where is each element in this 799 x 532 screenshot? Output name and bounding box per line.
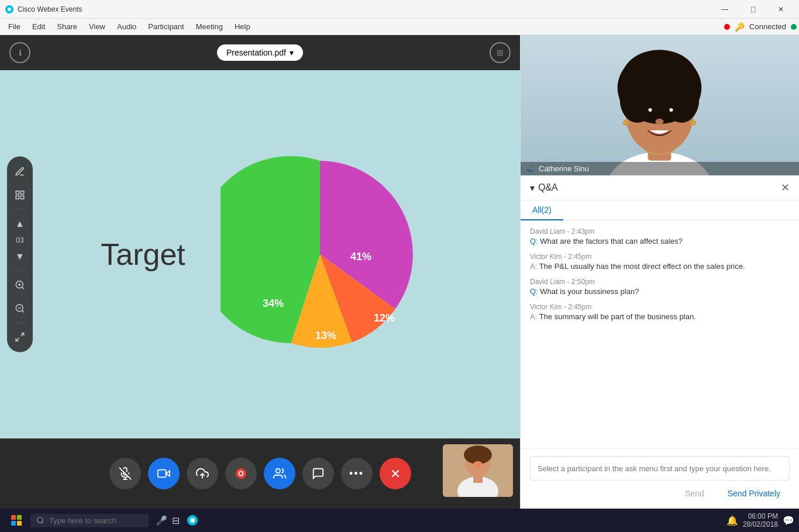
menu-audio[interactable]: Audio [111, 20, 142, 33]
tool-divider [13, 209, 27, 210]
send-privately-button[interactable]: Send Privately [718, 485, 790, 502]
video-button[interactable] [148, 458, 180, 489]
qa-text-1: Q: What are the factors that can affect … [530, 237, 790, 246]
info-button[interactable]: ℹ [9, 42, 30, 63]
taskbar-task-view-icon[interactable]: ⊟ [172, 515, 180, 526]
qa-content-4: The summary will be part of the business… [539, 312, 696, 321]
share-icon [196, 467, 209, 480]
mute-button[interactable] [109, 458, 141, 489]
svg-rect-23 [157, 470, 166, 478]
menu-file[interactable]: File [2, 20, 26, 33]
slide-content: Target [101, 155, 419, 354]
qa-author-3: David Liam [530, 278, 565, 286]
qa-meta-1: David Liam - 2:43pm [530, 227, 790, 236]
more-icon: ••• [349, 468, 364, 480]
video-icon [157, 467, 170, 480]
prev-page-button[interactable]: ▲ [9, 213, 30, 234]
status-red-dot [724, 24, 730, 30]
pres-toolbar: ℹ Presentation.pdf ▾ ⊞ [0, 35, 520, 70]
zoom-in-icon [15, 280, 25, 291]
svg-rect-3 [21, 191, 24, 194]
qa-title-text: Q&A [538, 182, 558, 193]
speaker-name: Catherine Sinu [539, 164, 589, 173]
webex-taskbar-icon[interactable] [184, 514, 201, 526]
taskbar-date-display: 28/02/2018 [743, 520, 778, 528]
svg-rect-2 [16, 191, 19, 194]
svg-rect-5 [21, 196, 24, 199]
layout-button[interactable]: ⊞ [490, 42, 511, 63]
svg-rect-4 [16, 196, 19, 199]
close-button[interactable]: ✕ [767, 0, 794, 19]
participants-button[interactable] [264, 458, 295, 489]
speaker-avatar-svg [521, 35, 799, 175]
layout-icon: ⊞ [497, 48, 504, 57]
svg-point-50 [656, 119, 664, 125]
svg-point-48 [649, 108, 652, 112]
tool-divider-2 [13, 271, 27, 271]
qa-type-1: Q: [530, 237, 540, 246]
qa-tabs: All(2) [521, 201, 799, 220]
menu-meeting[interactable]: Meeting [190, 20, 229, 33]
notification-center-icon[interactable]: 💬 [783, 515, 794, 526]
end-button[interactable] [380, 458, 411, 489]
minimize-button[interactable]: — [711, 0, 738, 19]
taskbar-search-input[interactable] [49, 516, 143, 525]
record-icon [235, 467, 247, 480]
grid-tool-button[interactable] [9, 185, 30, 206]
qa-title: ▾ Q&A [530, 182, 781, 194]
taskbar-mic-icon[interactable]: 🎤 [156, 515, 167, 526]
pen-tool-button[interactable] [9, 161, 30, 182]
slide-title: Target [101, 237, 185, 272]
qa-message-2: Victor Kim - 2:45pm A: The P&L usually h… [530, 253, 790, 271]
svg-point-36 [473, 461, 483, 467]
thumbnail-image [443, 444, 513, 497]
window-controls: — ⎕ ✕ [711, 0, 794, 19]
slide-area: ▲ 03 ▼ [0, 70, 520, 438]
presentation-name-button[interactable]: Presentation.pdf ▾ [217, 44, 303, 61]
app-logo [5, 5, 14, 14]
end-icon [389, 467, 402, 480]
pie-chart: 41% 12% 13% 34% [221, 155, 419, 354]
chat-icon [312, 467, 325, 480]
menu-participant[interactable]: Participant [142, 20, 190, 33]
svg-point-28 [275, 469, 280, 473]
titlebar: Cisco Webex Events — ⎕ ✕ [0, 0, 799, 19]
next-page-button[interactable]: ▼ [9, 246, 30, 267]
qa-close-button[interactable]: ✕ [781, 181, 790, 194]
qa-input-field[interactable] [530, 456, 790, 481]
send-button[interactable]: Send [676, 485, 714, 502]
participants-icon [273, 467, 286, 480]
tab-all[interactable]: All(2) [521, 201, 563, 220]
qa-text-3: Q: What is your bussiness plan? [530, 287, 790, 296]
menu-edit[interactable]: Edit [26, 20, 51, 33]
svg-text:13%: 13% [315, 330, 336, 341]
menu-share[interactable]: Share [51, 20, 83, 33]
svg-rect-54 [17, 515, 22, 520]
svg-point-45 [622, 50, 698, 108]
menu-help[interactable]: Help [229, 20, 256, 33]
app-title: Cisco Webex Events [18, 5, 711, 13]
pen-icon [15, 167, 25, 177]
chat-button[interactable] [302, 458, 334, 489]
zoom-in-button[interactable] [9, 275, 30, 296]
menu-view[interactable]: View [83, 20, 111, 33]
share-button[interactable] [187, 458, 218, 489]
windows-icon [11, 515, 22, 526]
more-button[interactable]: ••• [341, 458, 373, 489]
svg-text:34%: 34% [263, 298, 284, 309]
chevron-up-icon: ▲ [15, 219, 25, 229]
svg-point-52 [690, 120, 696, 126]
svg-text:41%: 41% [350, 251, 371, 262]
fullscreen-icon [15, 332, 25, 343]
qa-meta-2: Victor Kim - 2:45pm [530, 253, 790, 261]
thumbnail-preview [443, 444, 513, 497]
fullscreen-button[interactable] [9, 327, 30, 348]
start-button[interactable] [5, 509, 28, 532]
qa-time-2: 2:45pm [568, 253, 591, 261]
zoom-out-icon [15, 303, 25, 314]
maximize-button[interactable]: ⎕ [739, 0, 766, 19]
zoom-out-button[interactable] [9, 298, 30, 319]
record-button[interactable] [225, 458, 257, 489]
taskbar-notification-icon[interactable]: 🔔 [726, 515, 738, 526]
menubar-right: 🔑 Connected [724, 22, 797, 32]
